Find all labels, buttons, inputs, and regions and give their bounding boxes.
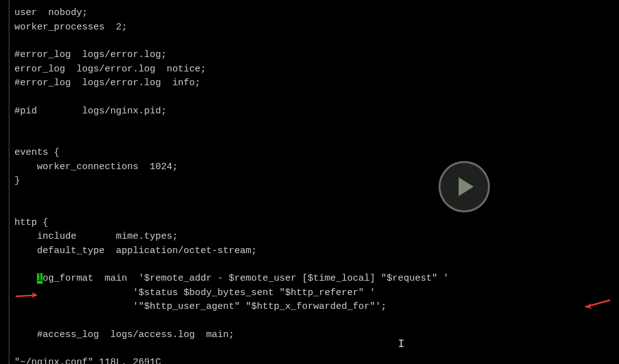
code-content: user nobody;worker_processes 2;#error_lo… <box>14 6 619 364</box>
code-line <box>14 118 619 132</box>
code-line <box>14 189 619 202</box>
text-cursor-icon: I <box>398 336 405 353</box>
code-line: '$status $body_bytes_sent "$http_referer… <box>14 286 619 301</box>
code-line <box>14 258 619 272</box>
code-line <box>14 202 619 216</box>
code-line <box>14 91 619 105</box>
code-line: worker_connections 1024; <box>14 160 619 175</box>
terminal-editor[interactable]: user nobody;worker_processes 2;#error_lo… <box>9 0 619 364</box>
code-line: #error_log logs/error.log info; <box>14 76 619 91</box>
code-line: http { <box>14 216 619 231</box>
editor-cursor: l <box>37 273 43 284</box>
play-button[interactable] <box>439 161 490 212</box>
code-line: } <box>14 174 619 189</box>
code-line: '"$http_user_agent" "$http_x_forwarded_f… <box>14 300 619 315</box>
code-line: #access_log logs/access.log main; <box>14 328 619 343</box>
code-line: #pid logs/nginx.pid; <box>14 105 619 119</box>
annotation-arrow-left <box>14 291 38 301</box>
code-line-cursor: log_format main '$remote_addr - $remote_… <box>14 272 619 286</box>
play-icon <box>459 177 474 196</box>
code-line <box>14 342 619 356</box>
code-line <box>14 315 619 328</box>
code-line: error_log logs/error.log notice; <box>14 63 619 77</box>
code-line <box>14 132 619 146</box>
code-line: events { <box>14 146 619 160</box>
code-line: user nobody; <box>14 6 619 21</box>
annotation-arrow-right <box>583 299 611 309</box>
code-line: worker_processes 2; <box>14 21 619 35</box>
status-line: "~/nginx.conf" 118L, 2691C <box>14 356 619 364</box>
code-line <box>14 34 619 48</box>
code-line: default_type application/octet-stream; <box>14 244 619 259</box>
code-line: include mime.types; <box>14 230 619 244</box>
code-line: #error_log logs/error.log; <box>14 48 619 63</box>
